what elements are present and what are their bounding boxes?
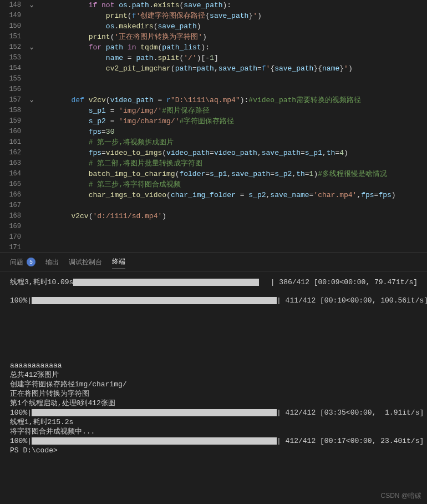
fold-chevron-icon[interactable]: ⌄ bbox=[30, 44, 34, 51]
code-area[interactable]: if not os.path.exists(save_path): print(… bbox=[37, 0, 427, 252]
terminal-line: 第1个线程启动,处理0到412张图 bbox=[10, 399, 417, 408]
terminal-line: 总共412张图片 bbox=[10, 370, 417, 380]
tab-terminal[interactable]: 终端 bbox=[112, 257, 125, 269]
terminal-line: PS D:\code> bbox=[10, 446, 417, 455]
progress-bar bbox=[73, 279, 259, 286]
terminal-line: 正在将图片转换为字符图 bbox=[10, 389, 417, 399]
fold-chevron-icon[interactable]: ⌄ bbox=[30, 97, 34, 103]
progress-stats: | 386/412 [00:09<00:00, 79.47it/s] bbox=[271, 278, 418, 287]
bottom-panel: 问题 5 输出 调试控制台 终端 线程3,耗时10.09s| 386/412 [… bbox=[0, 252, 427, 504]
problems-count-badge: 5 bbox=[27, 258, 35, 266]
progress-line: 线程3,耗时10.09s| 386/412 [00:09<00:00, 79.4… bbox=[10, 278, 418, 287]
terminal-line: 线程1,耗时215.2s bbox=[10, 417, 417, 427]
tab-problems[interactable]: 问题 5 bbox=[10, 258, 35, 267]
progress-label: 100%| bbox=[10, 296, 32, 305]
progress-label: 线程3,耗时10.09s bbox=[10, 278, 73, 287]
tab-debug-console[interactable]: 调试控制台 bbox=[69, 258, 102, 267]
terminal-output[interactable]: 线程3,耗时10.09s| 386/412 [00:09<00:00, 79.4… bbox=[0, 272, 427, 504]
progress-bar bbox=[32, 297, 277, 304]
fold-chevron-icon[interactable]: ⌄ bbox=[30, 2, 34, 8]
progress-bar bbox=[32, 437, 277, 445]
terminal-line: 创建字符图保存路径img/charimg/ bbox=[10, 380, 417, 389]
watermark: CSDN @暗碳 bbox=[380, 491, 421, 501]
progress-stats: | 412/412 [00:17<00:00, 23.40it/s] bbox=[277, 436, 424, 446]
progress-stats: | 412/412 [03:35<00:00, 1.91it/s] bbox=[277, 408, 424, 417]
terminal-line: 将字符图合并成视频中... bbox=[10, 427, 417, 436]
line-number-gutter: 1481491501511521531541551561571581591601… bbox=[0, 0, 27, 252]
code-editor[interactable]: 1481491501511521531541551561571581591601… bbox=[0, 0, 427, 252]
tab-problems-label: 问题 bbox=[10, 258, 23, 267]
progress-line: 100%|| 411/412 [00:10<00:00, 100.56it/s] bbox=[10, 296, 418, 305]
progress-line: 100%|| 412/412 [03:35<00:00, 1.91it/s] bbox=[10, 408, 418, 417]
progress-label: 100%| bbox=[10, 408, 32, 417]
progress-bar bbox=[32, 409, 277, 416]
tab-output[interactable]: 输出 bbox=[45, 258, 59, 267]
panel-tabs: 问题 5 输出 调试控制台 终端 bbox=[0, 253, 427, 272]
progress-line: 100%|| 412/412 [00:17<00:00, 23.40it/s] bbox=[10, 436, 418, 446]
progress-stats: | 411/412 [00:10<00:00, 100.56it/s] bbox=[277, 296, 427, 305]
progress-label: 100%| bbox=[10, 436, 32, 446]
fold-column[interactable]: ⌄⌄⌄ bbox=[27, 0, 37, 252]
terminal-line: aaaaaaaaaaaa bbox=[10, 361, 417, 370]
